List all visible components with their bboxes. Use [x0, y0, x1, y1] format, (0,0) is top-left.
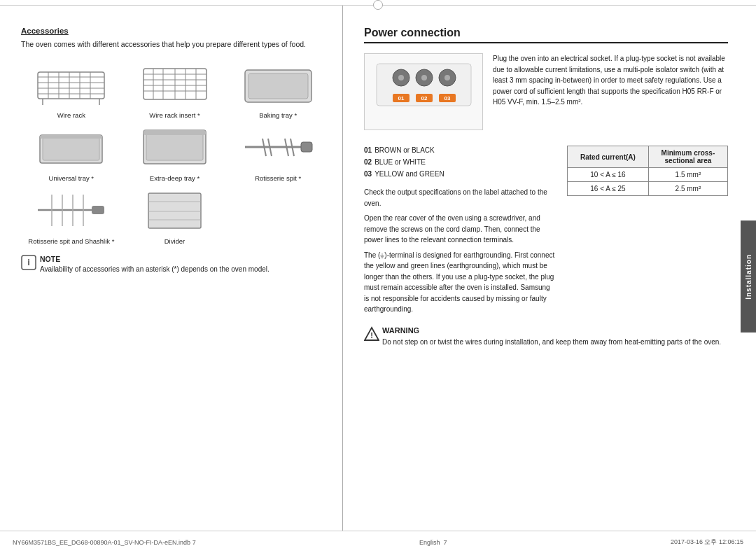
wire-rack-insert-svg	[138, 62, 211, 107]
divider-label: Divider	[164, 237, 186, 245]
power-table-section: Rated current(A) Minimum cross-sectional…	[567, 139, 728, 319]
power-desc3: Open the rear cover of the oven using a …	[364, 213, 556, 246]
table-row: 16 < A ≤ 25 2.5 mm²	[568, 182, 728, 196]
accessory-wire-rack-insert-image	[136, 60, 213, 109]
code-02-num: 02	[364, 156, 372, 168]
svg-rect-28	[146, 134, 203, 160]
side-tab: Installation	[741, 220, 756, 332]
svg-rect-26	[40, 135, 102, 139]
extra-deep-tray-svg	[138, 125, 211, 170]
power-desc4: The (⏚)-terminal is designed for earthgr…	[364, 250, 556, 315]
accessory-wire-rack: Wire rack	[21, 60, 122, 119]
accessory-extra-deep-tray-image	[136, 123, 213, 172]
code-01-num: 01	[364, 144, 372, 156]
brown-codes: 01 BROWN or BLACK 02 BLUE or WHITE 03 YE…	[364, 144, 556, 180]
accessory-wire-rack-image	[33, 60, 110, 109]
svg-text:02: 02	[421, 95, 427, 102]
connector-diagram-svg: 01 02 03	[370, 60, 478, 123]
warning-title: WARNING	[382, 326, 721, 335]
baking-tray-label: Baking tray *	[259, 111, 297, 119]
main-content: Accessories The oven comes with differen…	[0, 6, 756, 531]
footer-page-label: English	[419, 539, 440, 546]
rotisserie-spit-label: Rotisserie spit *	[255, 174, 301, 182]
power-top-section: 01 02 03 Plug the oven into an electrica…	[364, 53, 728, 130]
wire-rack-svg	[34, 62, 108, 107]
table-cell-range2: 16 < A ≤ 25	[568, 182, 649, 196]
power-title: Power connection	[364, 27, 728, 43]
side-tab-label: Installation	[745, 254, 752, 300]
accessories-intro: The oven comes with different accessorie…	[21, 39, 328, 50]
svg-point-53	[421, 75, 427, 80]
power-description: Plug the oven into an electrical socket.…	[493, 53, 728, 130]
code-03: 03 YELLOW and GREEN	[364, 168, 556, 180]
wire-rack-insert-label: Wire rack insert *	[149, 111, 200, 119]
accessory-baking-tray: Baking tray *	[227, 60, 328, 119]
svg-rect-41	[92, 206, 104, 214]
table-cell-size2: 2.5 mm²	[648, 182, 727, 196]
extra-deep-tray-label: Extra-deep tray *	[150, 174, 200, 182]
power-codes-section: 01 BROWN or BLACK 02 BLUE or WHITE 03 YE…	[364, 139, 556, 319]
code-01-text: BROWN or BLACK	[374, 144, 435, 156]
note-title: NOTE	[40, 255, 270, 263]
universal-tray-svg	[34, 125, 108, 170]
note-section: i NOTE Availability of accessories with …	[21, 255, 328, 274]
accessory-universal-tray: Universal tray *	[21, 123, 122, 182]
svg-text:01: 01	[398, 95, 404, 102]
accessory-divider: Divider	[125, 186, 225, 245]
bottom-bar: NY66M3571BS_EE_DG68-00890A-01_SV-NO-FI-D…	[0, 531, 756, 553]
code-02: 02 BLUE or WHITE	[364, 156, 556, 168]
table-cell-size1: 1.5 mm²	[648, 168, 727, 182]
top-bar	[0, 0, 756, 6]
accessory-divider-image	[136, 186, 213, 235]
power-desc1: Plug the oven into an electrical socket.…	[493, 53, 728, 108]
table-cell-range1: 10 < A ≤ 16	[568, 168, 649, 182]
table-header-current: Rated current(A)	[568, 146, 649, 168]
universal-tray-label: Universal tray *	[49, 174, 94, 182]
left-column: Accessories The oven comes with differen…	[0, 6, 343, 531]
rotisserie-shashlik-label: Rotisserie spit and Shashlik *	[28, 237, 114, 245]
wire-rack-label: Wire rack	[57, 111, 85, 119]
divider-svg	[138, 188, 211, 233]
table-row: 10 < A ≤ 16 1.5 mm²	[568, 168, 728, 182]
power-middle-section: 01 BROWN or BLACK 02 BLUE or WHITE 03 YE…	[364, 139, 728, 319]
current-table: Rated current(A) Minimum cross-sectional…	[567, 146, 728, 196]
note-content: NOTE Availability of accessories with an…	[40, 255, 270, 274]
svg-point-54	[444, 75, 450, 80]
footer-page: English 7	[419, 539, 447, 546]
right-column: Power connection 01	[343, 6, 756, 531]
accessory-rotisserie-spit: Rotisserie spit *	[227, 123, 328, 182]
svg-rect-29	[144, 130, 206, 135]
code-03-num: 03	[364, 168, 372, 180]
svg-rect-0	[38, 72, 104, 99]
code-03-text: YELLOW and GREEN	[374, 168, 444, 180]
svg-point-52	[398, 75, 404, 80]
accessory-rotisserie-spit-image	[239, 123, 316, 172]
baking-tray-svg	[241, 62, 315, 107]
code-01: 01 BROWN or BLACK	[364, 144, 556, 156]
svg-rect-42	[148, 193, 201, 228]
accessory-rotisserie-shashlik-image	[33, 186, 110, 235]
accessories-grid: Wire rack	[21, 60, 328, 245]
svg-text:03: 03	[444, 95, 450, 102]
accessory-extra-deep-tray: Extra-deep tray *	[125, 123, 225, 182]
svg-text:!: !	[370, 331, 373, 340]
accessories-title: Accessories	[21, 27, 328, 35]
accessory-baking-tray-image	[239, 60, 316, 109]
svg-rect-23	[248, 74, 308, 99]
top-circle-decoration	[373, 0, 383, 10]
footer-page-num: 7	[444, 539, 447, 546]
power-desc2: Check the output specifications on the l…	[364, 187, 556, 209]
svg-rect-35	[301, 142, 312, 152]
accessory-wire-rack-insert: Wire rack insert *	[125, 60, 225, 119]
svg-rect-25	[43, 138, 99, 160]
rotisserie-spit-svg	[241, 125, 315, 170]
svg-text:i: i	[27, 257, 30, 267]
note-icon: i	[21, 255, 36, 270]
warning-section: ! WARNING Do not step on or twist the wi…	[364, 326, 728, 347]
footer-right: 2017-03-16 오후 12:06:15	[671, 538, 743, 547]
accessory-universal-tray-image	[33, 123, 110, 172]
power-connector-diagram: 01 02 03	[364, 53, 483, 130]
table-header-cross: Minimum cross-sectional area	[648, 146, 727, 168]
note-text: Availability of accessories with an aste…	[40, 265, 270, 274]
accessory-rotisserie-shashlik: Rotisserie spit and Shashlik *	[21, 186, 122, 245]
